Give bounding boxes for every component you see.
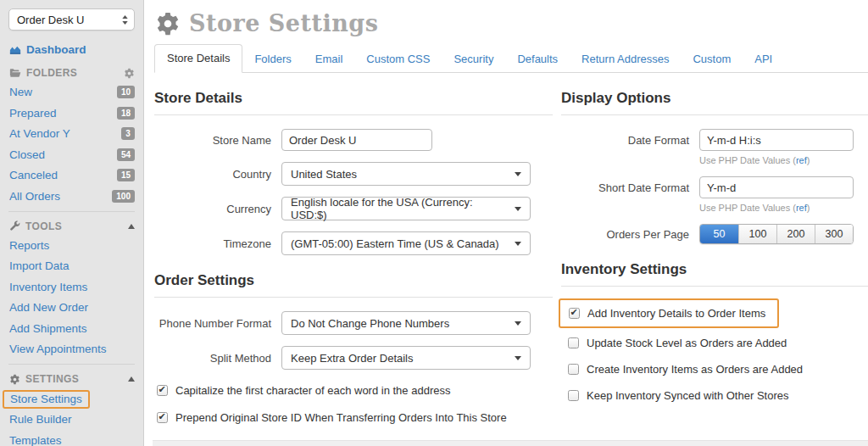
timezone-row: Timezone (GMT-05:00) Eastern Time (US & … xyxy=(154,231,553,255)
checkbox-update-stock-level[interactable]: Update Stock Level as Orders are Added xyxy=(568,337,868,349)
sidebar-section-settings-header: SETTINGS xyxy=(9,373,135,385)
split-method-row: Split Method Keep Extra Order Details xyxy=(154,346,553,370)
gear-icon xyxy=(155,11,181,36)
tab-custom-css[interactable]: Custom CSS xyxy=(354,46,442,73)
country-row: Country United States xyxy=(154,162,553,186)
collapse-arrow-icon[interactable] xyxy=(128,224,135,229)
php-date-hint: Use PHP Date Values (ref) xyxy=(699,203,868,213)
country-select[interactable]: United States xyxy=(281,162,531,186)
tab-api[interactable]: API xyxy=(743,46,784,73)
checkbox-label: Add Inventory Details to Order Items xyxy=(587,307,765,320)
sidebar-item-at-vendor-y[interactable]: At Vendor Y 3 xyxy=(8,125,135,142)
page-title: Store Settings xyxy=(155,10,868,36)
tab-custom[interactable]: Custom xyxy=(681,46,743,73)
orders-per-page-label: Orders Per Page xyxy=(561,228,689,241)
short-date-format-label: Short Date Format xyxy=(561,181,689,194)
checkbox[interactable] xyxy=(569,308,580,319)
checkbox-label: Prepend Original Store ID When Transferr… xyxy=(175,411,507,424)
display-options-heading: Display Options xyxy=(561,90,868,115)
orders-per-page-control: 50 100 200 300 xyxy=(699,224,854,244)
short-date-format-row: Short Date Format xyxy=(561,176,868,198)
timezone-label: Timezone xyxy=(154,237,271,250)
checkbox[interactable] xyxy=(568,364,579,375)
checkbox-label: Create Inventory Items as Orders are Add… xyxy=(587,363,803,376)
tab-email[interactable]: Email xyxy=(303,46,355,73)
folders-header-label: FOLDERS xyxy=(26,67,77,79)
chevron-down-icon xyxy=(515,321,521,326)
sidebar-section-tools-header: TOOLS xyxy=(9,220,135,232)
sidebar-item-all-orders[interactable]: All Orders 100 xyxy=(8,188,135,204)
store-selector[interactable]: Order Desk U xyxy=(8,8,135,31)
store-name-row: Store Name xyxy=(154,129,553,151)
checkbox[interactable] xyxy=(568,390,579,401)
wrench-icon xyxy=(9,220,20,231)
ref-link[interactable]: ref xyxy=(796,203,807,213)
settings-header-label: SETTINGS xyxy=(25,373,79,385)
tab-defaults[interactable]: Defaults xyxy=(505,46,570,73)
collapse-arrow-icon[interactable] xyxy=(128,376,135,382)
sidebar-item-canceled[interactable]: Canceled 15 xyxy=(8,167,135,183)
sidebar-item-reports[interactable]: Reports xyxy=(8,237,135,254)
tab-store-details[interactable]: Store Details xyxy=(154,44,242,73)
dashboard-chart-icon xyxy=(9,44,21,56)
sidebar-item-rule-builder[interactable]: Rule Builder xyxy=(8,411,135,427)
checkbox-capitalize-address[interactable]: Capitalize the first character of each w… xyxy=(157,384,553,397)
checkbox-create-inventory-items[interactable]: Create Inventory Items as Orders are Add… xyxy=(568,363,868,376)
phone-format-select[interactable]: Do Not Change Phone Numbers xyxy=(281,311,531,335)
sidebar-item-inventory-items[interactable]: Inventory Items xyxy=(8,279,135,295)
currency-row: Currency English locale for the USA (Cur… xyxy=(154,197,553,220)
count-badge: 100 xyxy=(112,190,135,203)
sidebar-item-add-new-order[interactable]: Add New Order xyxy=(8,299,135,315)
count-badge: 18 xyxy=(117,107,135,120)
checkbox-label: Keep Inventory Synced with Other Stores xyxy=(587,389,788,402)
ref-link[interactable]: ref xyxy=(796,155,807,165)
tools-header-label: TOOLS xyxy=(25,220,62,232)
currency-label: Currency xyxy=(154,203,271,215)
orders-per-page-50[interactable]: 50 xyxy=(700,225,738,243)
store-selector-value: Order Desk U xyxy=(17,14,84,26)
sidebar-item-templates[interactable]: Templates xyxy=(8,432,135,446)
inventory-settings-heading: Inventory Settings xyxy=(561,261,868,287)
folders-gear-icon[interactable] xyxy=(124,68,135,79)
sidebar-item-closed[interactable]: Closed 54 xyxy=(8,147,135,163)
next-section-edge xyxy=(153,440,868,446)
chevron-down-icon xyxy=(515,356,521,360)
count-badge: 10 xyxy=(117,86,135,98)
date-format-input[interactable] xyxy=(699,129,854,151)
sidebar-item-view-appointments[interactable]: View Appointments xyxy=(8,341,135,357)
checkbox[interactable] xyxy=(157,385,168,396)
currency-select[interactable]: English locale for the USA (Currency: US… xyxy=(281,197,531,220)
orders-per-page-200[interactable]: 200 xyxy=(776,225,815,243)
store-settings-highlight-box: Store Settings xyxy=(3,390,90,409)
sidebar-item-prepared[interactable]: Prepared 18 xyxy=(8,105,135,121)
split-method-label: Split Method xyxy=(154,352,271,365)
orders-per-page-300[interactable]: 300 xyxy=(815,225,853,243)
sidebar: Order Desk U Dashboard FOLDERS N xyxy=(0,0,144,446)
sidebar-item-store-settings[interactable]: Store Settings xyxy=(10,393,82,405)
checkbox[interactable] xyxy=(568,337,579,348)
checkbox-add-inventory-details[interactable]: Add Inventory Details to Order Items xyxy=(569,307,765,320)
checkbox[interactable] xyxy=(157,412,168,423)
split-method-select[interactable]: Keep Extra Order Details xyxy=(281,346,531,370)
gear-icon xyxy=(9,374,20,385)
store-name-input[interactable] xyxy=(281,129,432,151)
count-badge: 54 xyxy=(117,148,135,161)
store-name-label: Store Name xyxy=(154,134,271,147)
sidebar-item-dashboard[interactable]: Dashboard xyxy=(9,43,135,56)
tab-security[interactable]: Security xyxy=(442,46,505,73)
tab-return-addresses[interactable]: Return Addresses xyxy=(570,46,681,73)
short-date-format-input[interactable] xyxy=(699,176,854,198)
count-badge: 15 xyxy=(117,169,135,181)
checkbox-keep-inventory-synced[interactable]: Keep Inventory Synced with Other Stores xyxy=(568,389,868,402)
checkbox-prepend-store-id[interactable]: Prepend Original Store ID When Transferr… xyxy=(157,411,553,424)
tab-folders[interactable]: Folders xyxy=(242,46,303,73)
sidebar-divider xyxy=(8,364,135,365)
checkbox-label: Update Stock Level as Orders are Added xyxy=(587,337,787,349)
sidebar-item-import-data[interactable]: Import Data xyxy=(8,258,135,274)
tab-bar: Store Details Folders Email Custom CSS S… xyxy=(154,44,868,73)
sidebar-divider xyxy=(8,211,135,212)
orders-per-page-100[interactable]: 100 xyxy=(738,225,776,243)
sidebar-item-new[interactable]: New 10 xyxy=(8,84,135,100)
timezone-select[interactable]: (GMT-05:00) Eastern Time (US & Canada) xyxy=(281,231,531,255)
sidebar-item-add-shipments[interactable]: Add Shipments xyxy=(8,321,135,337)
